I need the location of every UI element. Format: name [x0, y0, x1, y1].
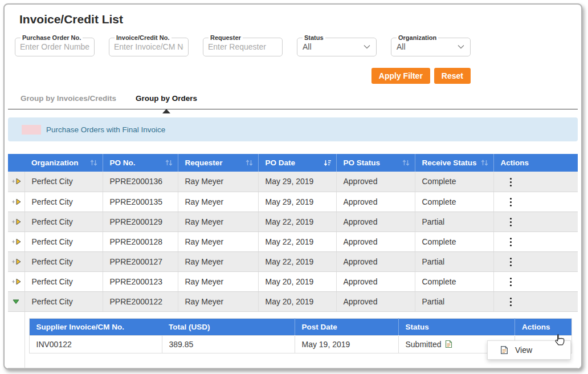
order-row: Perfect City PPRE2000127 Ray Meyer May 2…: [8, 251, 578, 271]
sort-descending-icon[interactable]: [323, 159, 332, 166]
invoice-credit-field-group: Invoice/Credit No.: [109, 34, 189, 56]
row-actions-button[interactable]: [493, 231, 578, 251]
filter-bar: Purchase Order No. Invoice/Credit No. Re…: [15, 34, 578, 56]
collapse-row-toggle[interactable]: [8, 291, 24, 311]
organization-cell: Perfect City: [24, 291, 103, 311]
invoice-credit-input[interactable]: [114, 41, 183, 52]
column-header-receive-status[interactable]: Receive Status: [415, 154, 493, 172]
column-header-total-usd: Total (USD): [162, 318, 295, 335]
total-usd-cell: 389.85: [162, 335, 295, 353]
purchase-order-field-group: Purchase Order No.: [15, 34, 95, 56]
receive-status-cell: Complete: [415, 231, 493, 251]
organization-cell: Perfect City: [24, 251, 103, 271]
po-date-cell: May 29, 2019: [258, 192, 336, 212]
po-status-cell: Approved: [336, 291, 415, 311]
expand-row-toggle[interactable]: [8, 212, 24, 231]
column-header-po-status[interactable]: PO Status: [336, 154, 415, 172]
page-title: Invoice/Credit List: [19, 13, 578, 26]
sort-both-icon[interactable]: [89, 159, 98, 166]
column-header-po-no[interactable]: PO No.: [103, 154, 178, 172]
expand-row-toggle[interactable]: [8, 231, 24, 251]
view-document-icon: [500, 345, 508, 355]
receive-status-cell: Partial: [415, 251, 493, 271]
organization-select[interactable]: All: [396, 41, 466, 52]
context-menu-item-view[interactable]: View: [515, 345, 532, 355]
row-actions-button[interactable]: [493, 271, 578, 291]
po-status-cell: Approved: [336, 231, 415, 251]
tab-group-by-orders-label: Group by Orders: [136, 94, 197, 103]
requester-cell: Ray Meyer: [178, 271, 258, 291]
column-header-requester[interactable]: Requester: [178, 154, 258, 172]
row-actions-button[interactable]: [493, 251, 578, 271]
column-label: Receive Status: [422, 158, 477, 167]
plus-right-triangle-icon: [12, 178, 22, 185]
column-label: Requester: [185, 158, 223, 167]
final-invoice-swatch: [22, 125, 41, 135]
row-actions-button[interactable]: [493, 291, 578, 311]
row-actions-button[interactable]: [493, 192, 578, 212]
kebab-menu-icon[interactable]: [510, 221, 512, 223]
po-status-cell: Approved: [336, 251, 415, 271]
orders-table-header-row: Organization PO No.: [8, 154, 578, 172]
tab-group-by-invoices-credits[interactable]: Group by Invoices/Credits: [21, 94, 116, 109]
invoice-credit-label: Invoice/Credit No.: [115, 34, 172, 41]
sort-both-icon[interactable]: [480, 159, 489, 166]
expand-row-toggle[interactable]: [8, 251, 24, 271]
column-label: PO No.: [110, 158, 136, 167]
sort-both-icon[interactable]: [245, 159, 254, 166]
column-header-post-date: Post Date: [295, 318, 398, 335]
column-header-organization[interactable]: Organization: [24, 154, 103, 172]
kebab-menu-icon[interactable]: [510, 181, 512, 183]
sort-both-icon[interactable]: [402, 159, 410, 166]
document-icon: [445, 340, 452, 348]
order-row: Perfect City PPRE2000123 Ray Meyer May 2…: [8, 271, 578, 291]
row-actions-button[interactable]: [493, 212, 578, 231]
kebab-menu-icon[interactable]: [510, 261, 512, 263]
organization-cell: Perfect City: [24, 172, 103, 192]
order-row: Perfect City PPRE2000128 Ray Meyer May 2…: [8, 231, 578, 251]
expand-row-toggle[interactable]: [8, 172, 24, 192]
kebab-menu-icon[interactable]: [510, 241, 512, 243]
reset-button[interactable]: Reset: [434, 68, 471, 84]
po-no-cell: PPRE2000127: [103, 251, 178, 271]
plus-right-triangle-icon: [12, 278, 22, 285]
tab-group-by-orders[interactable]: Group by Orders: [136, 94, 197, 109]
orders-table-wrap: Organization PO No.: [8, 154, 578, 369]
requester-field-group: Requester: [203, 34, 283, 56]
down-triangle-icon: [12, 299, 20, 304]
requester-cell: Ray Meyer: [178, 192, 258, 212]
po-date-cell: May 20, 2019: [258, 291, 336, 311]
organization-label: Organization: [397, 34, 438, 41]
status-select-value: All: [303, 42, 312, 51]
row-actions-button[interactable]: [493, 172, 578, 192]
purchase-order-label: Purchase Order No.: [21, 34, 83, 41]
column-header-po-date[interactable]: PO Date: [258, 154, 336, 172]
po-status-cell: Approved: [336, 172, 415, 192]
order-row: Perfect City PPRE2000129 Ray Meyer May 2…: [8, 212, 578, 231]
chevron-down-icon: [458, 44, 464, 49]
receive-status-cell: Partial: [415, 291, 493, 311]
status-select[interactable]: All: [302, 41, 371, 52]
requester-cell: Ray Meyer: [178, 231, 258, 251]
column-label: Actions: [501, 158, 529, 167]
plus-right-triangle-icon: [12, 198, 22, 205]
po-no-cell: PPRE2000136: [103, 172, 178, 192]
sort-both-icon[interactable]: [165, 159, 173, 166]
purchase-order-input[interactable]: [20, 41, 89, 52]
po-no-cell: PPRE2000129: [103, 212, 178, 231]
column-label: PO Date: [266, 158, 296, 167]
expand-row-toggle[interactable]: [8, 271, 24, 291]
final-invoice-legend-bar: Purchase Orders with Final Invoice: [8, 117, 578, 141]
kebab-menu-icon[interactable]: [510, 201, 512, 203]
kebab-menu-icon[interactable]: [510, 281, 512, 283]
requester-input[interactable]: [208, 41, 277, 52]
active-tab-caret-icon: [162, 109, 170, 113]
requester-label: Requester: [209, 34, 243, 41]
po-date-cell: May 29, 2019: [258, 172, 336, 192]
invoice-table-header-row: Supplier Invoice/CM No. Total (USD) Post…: [29, 318, 572, 335]
apply-filter-button[interactable]: Apply Filter: [371, 68, 430, 84]
expand-row-toggle[interactable]: [8, 192, 24, 212]
kebab-menu-icon[interactable]: [510, 301, 512, 303]
invoice-credit-list-page: Invoice/Credit List Purchase Order No. I…: [3, 3, 582, 369]
requester-cell: Ray Meyer: [178, 172, 258, 192]
